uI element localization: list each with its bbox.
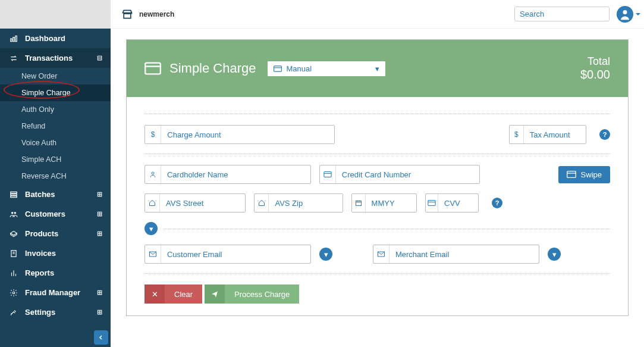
expand-toggle[interactable]: ▾: [144, 222, 158, 235]
sidebar-item-transactions[interactable]: Transactions ⊟: [0, 48, 111, 68]
cvv-field[interactable]: [425, 193, 479, 212]
svg-rect-0: [11, 39, 12, 42]
home-icon: [255, 194, 269, 212]
svg-rect-18: [145, 63, 161, 74]
sidebar-label: Products: [25, 229, 58, 238]
svg-rect-23: [324, 172, 331, 177]
search-input[interactable]: [520, 10, 620, 18]
process-label: Process Charge: [225, 285, 299, 304]
clear-button[interactable]: ✕ Clear: [144, 285, 202, 304]
customer-email-field[interactable]: [144, 245, 311, 264]
customers-icon: [8, 210, 19, 218]
merchant-email-toggle[interactable]: ▾: [548, 248, 561, 261]
card-icon: [426, 194, 438, 212]
expand-icon: ⊞: [97, 210, 102, 218]
tax-amount-field[interactable]: $: [509, 125, 586, 144]
tax-help-icon[interactable]: ?: [599, 129, 610, 140]
mail-icon: [373, 245, 389, 263]
store-icon: [121, 8, 133, 20]
settings-icon: [8, 308, 19, 317]
sidebar-collapse-button[interactable]: [94, 330, 108, 345]
caret-down-icon: ▾: [375, 64, 379, 73]
svg-rect-27: [356, 201, 361, 206]
svg-rect-4: [11, 193, 17, 195]
sidebar-item-invoices[interactable]: Invoices: [0, 243, 111, 263]
clear-label: Clear: [165, 285, 202, 304]
avs-street-input[interactable]: [160, 195, 245, 211]
sidebar-label: Settings: [25, 308, 55, 317]
search-box[interactable]: [514, 7, 610, 21]
merchant-email-input[interactable]: [389, 246, 539, 262]
topbar: newmerch: [111, 0, 644, 29]
cvv-input[interactable]: [438, 195, 478, 211]
card-number-field[interactable]: [319, 165, 480, 184]
sidebar-label: Reports: [25, 268, 54, 277]
svg-rect-2: [15, 36, 17, 41]
reports-icon: [8, 269, 19, 277]
x-icon: ✕: [144, 285, 165, 304]
sidebar-sub-simple-charge[interactable]: Simple Charge: [0, 85, 111, 101]
charge-amount-field[interactable]: $: [144, 125, 335, 144]
sidebar-label: Invoices: [25, 249, 56, 258]
cardholder-input[interactable]: [161, 167, 310, 183]
svg-rect-25: [567, 171, 576, 178]
products-icon: [8, 230, 19, 238]
sidebar-item-products[interactable]: Products ⊞: [0, 224, 111, 243]
cardholder-field[interactable]: [144, 165, 311, 184]
svg-rect-31: [428, 201, 435, 206]
sidebar-sub-voice-auth[interactable]: Voice Auth: [0, 135, 111, 151]
panel-title: Simple Charge: [169, 61, 256, 76]
divider: [164, 229, 610, 229]
batches-icon: [8, 190, 19, 199]
sidebar-sub-label: Simple Charge: [21, 89, 71, 97]
sidebar-sub-refund[interactable]: Refund: [0, 118, 111, 135]
sidebar-logo-area: [0, 0, 111, 29]
sidebar-label: Customers: [25, 210, 65, 218]
charge-amount-input[interactable]: [161, 127, 334, 143]
sidebar: Dashboard Transactions ⊟ New Order Simpl…: [0, 0, 111, 347]
process-charge-button[interactable]: Process Charge: [205, 285, 299, 304]
gear-icon: [8, 289, 19, 297]
mmyy-field[interactable]: [351, 193, 417, 212]
sidebar-sub-new-order[interactable]: New Order: [0, 68, 111, 85]
sidebar-sub-simple-ach[interactable]: Simple ACH: [0, 151, 111, 168]
card-icon: [144, 62, 161, 75]
expand-icon: ⊞: [97, 289, 102, 296]
panel-body: $ $ ?: [127, 97, 628, 315]
customer-email-input[interactable]: [161, 246, 310, 262]
transactions-icon: [8, 54, 19, 62]
card-number-input[interactable]: [336, 167, 479, 183]
person-icon: [145, 165, 161, 183]
user-menu-button[interactable]: [617, 6, 633, 23]
avs-street-field[interactable]: [144, 193, 246, 212]
swipe-icon: [567, 171, 576, 178]
sidebar-label: Transactions: [25, 54, 73, 62]
svg-point-7: [14, 211, 16, 214]
divider: [144, 273, 610, 274]
entry-mode-select[interactable]: Manual ▾: [267, 61, 386, 77]
avs-zip-field[interactable]: [254, 193, 343, 212]
collapse-icon: ⊟: [97, 54, 102, 62]
mmyy-input[interactable]: [366, 195, 416, 211]
svg-rect-20: [274, 65, 281, 71]
sidebar-item-settings[interactable]: Settings ⊞: [0, 302, 111, 322]
mail-icon: [145, 245, 161, 263]
sidebar-item-fraud[interactable]: Fraud Manager ⊞: [0, 283, 111, 302]
panel-header: Simple Charge Manual ▾ Total $0.00: [127, 40, 628, 97]
sidebar-item-batches[interactable]: Batches ⊞: [0, 185, 111, 204]
sidebar-sub-reverse-ach[interactable]: Reverse ACH: [0, 168, 111, 185]
svg-point-14: [12, 292, 15, 294]
sidebar-item-customers[interactable]: Customers ⊞: [0, 204, 111, 224]
customer-email-toggle[interactable]: ▾: [319, 248, 332, 261]
expand-icon: ⊞: [97, 230, 102, 237]
avs-zip-input[interactable]: [269, 195, 343, 211]
sidebar-item-reports[interactable]: Reports: [0, 263, 111, 283]
sidebar-label: Dashboard: [25, 34, 65, 43]
sidebar-item-dashboard[interactable]: Dashboard: [0, 29, 111, 48]
sidebar-sub-auth-only[interactable]: Auth Only: [0, 101, 111, 118]
tax-amount-input[interactable]: [524, 127, 586, 143]
merchant-email-field[interactable]: [373, 245, 539, 264]
cvv-help-icon[interactable]: ?: [492, 198, 502, 208]
divider: [144, 114, 610, 114]
swipe-button[interactable]: Swipe: [558, 166, 610, 183]
